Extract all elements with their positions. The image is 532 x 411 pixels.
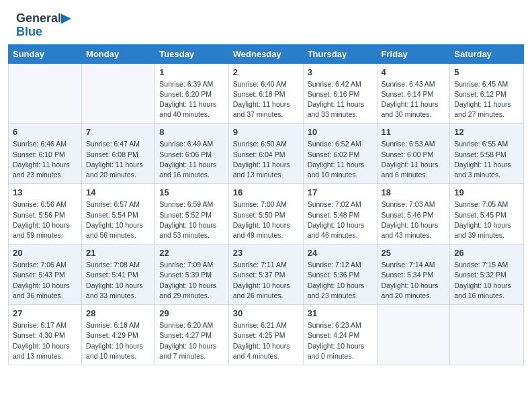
day-number: 3 xyxy=(308,67,373,77)
day-number: 25 xyxy=(382,248,446,258)
calendar-header: SundayMondayTuesdayWednesdayThursdayFrid… xyxy=(9,44,524,63)
day-detail: Sunrise: 7:06 AMSunset: 5:43 PMDaylight:… xyxy=(13,260,77,301)
calendar-week-row: 27Sunrise: 6:17 AMSunset: 4:30 PMDayligh… xyxy=(9,305,524,365)
day-number: 23 xyxy=(233,248,299,258)
day-detail: Sunrise: 7:03 AMSunset: 5:46 PMDaylight:… xyxy=(382,199,446,240)
day-of-week-header: Sunday xyxy=(9,44,82,63)
day-number: 20 xyxy=(13,248,77,258)
day-detail: Sunrise: 6:21 AMSunset: 4:25 PMDaylight:… xyxy=(233,320,299,361)
calendar-cell: 4Sunrise: 6:43 AMSunset: 6:14 PMDaylight… xyxy=(377,63,450,124)
calendar-cell xyxy=(82,63,155,124)
day-detail: Sunrise: 6:17 AMSunset: 4:30 PMDaylight:… xyxy=(13,320,77,361)
day-number: 18 xyxy=(382,187,446,197)
day-number: 1 xyxy=(159,67,224,77)
calendar-week-row: 6Sunrise: 6:46 AMSunset: 6:10 PMDaylight… xyxy=(9,124,524,184)
calendar-cell: 14Sunrise: 6:57 AMSunset: 5:54 PMDayligh… xyxy=(82,184,155,244)
calendar-body: 1Sunrise: 6:39 AMSunset: 6:20 PMDaylight… xyxy=(9,63,524,365)
calendar-cell: 19Sunrise: 7:05 AMSunset: 5:45 PMDayligh… xyxy=(450,184,524,244)
calendar-table: SundayMondayTuesdayWednesdayThursdayFrid… xyxy=(8,44,524,365)
day-detail: Sunrise: 6:46 AMSunset: 6:10 PMDaylight:… xyxy=(13,139,77,180)
calendar-cell: 9Sunrise: 6:50 AMSunset: 6:04 PMDaylight… xyxy=(228,124,303,184)
calendar-cell: 25Sunrise: 7:14 AMSunset: 5:34 PMDayligh… xyxy=(377,244,450,305)
logo-blue-text: Blue xyxy=(16,26,71,39)
day-number: 10 xyxy=(308,127,373,137)
day-of-week-header: Wednesday xyxy=(228,44,303,63)
day-detail: Sunrise: 7:05 AMSunset: 5:45 PMDaylight:… xyxy=(454,199,519,240)
day-detail: Sunrise: 6:52 AMSunset: 6:02 PMDaylight:… xyxy=(308,139,373,180)
calendar-cell: 13Sunrise: 6:56 AMSunset: 5:56 PMDayligh… xyxy=(9,184,82,244)
day-number: 6 xyxy=(13,127,77,137)
day-number: 21 xyxy=(86,248,150,258)
day-number: 30 xyxy=(233,308,299,318)
day-number: 24 xyxy=(308,248,373,258)
day-number: 15 xyxy=(159,187,224,197)
calendar-cell: 7Sunrise: 6:47 AMSunset: 6:08 PMDaylight… xyxy=(82,124,155,184)
day-detail: Sunrise: 7:11 AMSunset: 5:37 PMDaylight:… xyxy=(233,260,299,301)
calendar-cell: 2Sunrise: 6:40 AMSunset: 6:18 PMDaylight… xyxy=(228,63,303,124)
calendar-cell: 22Sunrise: 7:09 AMSunset: 5:39 PMDayligh… xyxy=(155,244,228,305)
calendar-cell: 12Sunrise: 6:55 AMSunset: 5:58 PMDayligh… xyxy=(450,124,524,184)
day-number: 19 xyxy=(454,187,519,197)
day-detail: Sunrise: 7:14 AMSunset: 5:34 PMDaylight:… xyxy=(382,260,446,301)
day-detail: Sunrise: 6:45 AMSunset: 6:12 PMDaylight:… xyxy=(454,79,519,120)
calendar-cell: 3Sunrise: 6:42 AMSunset: 6:16 PMDaylight… xyxy=(303,63,377,124)
day-number: 26 xyxy=(454,248,519,258)
day-of-week-header: Friday xyxy=(377,44,450,63)
day-number: 14 xyxy=(86,187,150,197)
calendar-cell: 23Sunrise: 7:11 AMSunset: 5:37 PMDayligh… xyxy=(228,244,303,305)
day-detail: Sunrise: 7:09 AMSunset: 5:39 PMDaylight:… xyxy=(159,260,224,301)
day-detail: Sunrise: 7:00 AMSunset: 5:50 PMDaylight:… xyxy=(233,199,299,240)
logo: General▶ Blue xyxy=(16,12,71,39)
calendar-cell: 27Sunrise: 6:17 AMSunset: 4:30 PMDayligh… xyxy=(9,305,82,365)
calendar-cell xyxy=(450,305,524,365)
day-detail: Sunrise: 6:47 AMSunset: 6:08 PMDaylight:… xyxy=(86,139,150,180)
day-number: 12 xyxy=(454,127,519,137)
day-number: 9 xyxy=(233,127,299,137)
calendar-cell: 31Sunrise: 6:23 AMSunset: 4:24 PMDayligh… xyxy=(303,305,377,365)
calendar-cell: 18Sunrise: 7:03 AMSunset: 5:46 PMDayligh… xyxy=(377,184,450,244)
calendar-week-row: 1Sunrise: 6:39 AMSunset: 6:20 PMDaylight… xyxy=(9,63,524,124)
day-detail: Sunrise: 6:43 AMSunset: 6:14 PMDaylight:… xyxy=(382,79,446,120)
calendar-cell: 20Sunrise: 7:06 AMSunset: 5:43 PMDayligh… xyxy=(9,244,82,305)
day-header-row: SundayMondayTuesdayWednesdayThursdayFrid… xyxy=(9,44,524,63)
day-of-week-header: Monday xyxy=(82,44,155,63)
day-detail: Sunrise: 6:20 AMSunset: 4:27 PMDaylight:… xyxy=(159,320,224,361)
calendar-cell xyxy=(9,63,82,124)
day-detail: Sunrise: 7:08 AMSunset: 5:41 PMDaylight:… xyxy=(86,260,150,301)
day-of-week-header: Saturday xyxy=(450,44,524,63)
day-detail: Sunrise: 7:15 AMSunset: 5:32 PMDaylight:… xyxy=(454,260,519,301)
day-number: 7 xyxy=(86,127,150,137)
day-number: 27 xyxy=(13,308,77,318)
calendar-cell: 8Sunrise: 6:49 AMSunset: 6:06 PMDaylight… xyxy=(155,124,228,184)
calendar-cell xyxy=(377,305,450,365)
day-number: 17 xyxy=(308,187,373,197)
day-detail: Sunrise: 6:18 AMSunset: 4:29 PMDaylight:… xyxy=(86,320,150,361)
logo-general: General▶ xyxy=(16,12,71,26)
calendar-cell: 29Sunrise: 6:20 AMSunset: 4:27 PMDayligh… xyxy=(155,305,228,365)
logo-blue: ▶ xyxy=(61,11,71,25)
calendar-cell: 24Sunrise: 7:12 AMSunset: 5:36 PMDayligh… xyxy=(303,244,377,305)
day-number: 31 xyxy=(308,308,373,318)
day-number: 2 xyxy=(233,67,299,77)
calendar-cell: 5Sunrise: 6:45 AMSunset: 6:12 PMDaylight… xyxy=(450,63,524,124)
calendar-cell: 1Sunrise: 6:39 AMSunset: 6:20 PMDaylight… xyxy=(155,63,228,124)
day-number: 13 xyxy=(13,187,77,197)
calendar-week-row: 20Sunrise: 7:06 AMSunset: 5:43 PMDayligh… xyxy=(9,244,524,305)
calendar-cell: 11Sunrise: 6:53 AMSunset: 6:00 PMDayligh… xyxy=(377,124,450,184)
calendar-cell: 17Sunrise: 7:02 AMSunset: 5:48 PMDayligh… xyxy=(303,184,377,244)
day-detail: Sunrise: 6:57 AMSunset: 5:54 PMDaylight:… xyxy=(86,199,150,240)
day-detail: Sunrise: 6:42 AMSunset: 6:16 PMDaylight:… xyxy=(308,79,373,120)
day-detail: Sunrise: 6:50 AMSunset: 6:04 PMDaylight:… xyxy=(233,139,299,180)
calendar-cell: 16Sunrise: 7:00 AMSunset: 5:50 PMDayligh… xyxy=(228,184,303,244)
calendar-cell: 6Sunrise: 6:46 AMSunset: 6:10 PMDaylight… xyxy=(9,124,82,184)
day-number: 8 xyxy=(159,127,224,137)
day-detail: Sunrise: 6:39 AMSunset: 6:20 PMDaylight:… xyxy=(159,79,224,120)
day-number: 22 xyxy=(159,248,224,258)
day-number: 29 xyxy=(159,308,224,318)
calendar-cell: 30Sunrise: 6:21 AMSunset: 4:25 PMDayligh… xyxy=(228,305,303,365)
calendar-cell: 15Sunrise: 6:59 AMSunset: 5:52 PMDayligh… xyxy=(155,184,228,244)
day-detail: Sunrise: 7:02 AMSunset: 5:48 PMDaylight:… xyxy=(308,199,373,240)
day-number: 16 xyxy=(233,187,299,197)
calendar-cell: 10Sunrise: 6:52 AMSunset: 6:02 PMDayligh… xyxy=(303,124,377,184)
day-detail: Sunrise: 6:40 AMSunset: 6:18 PMDaylight:… xyxy=(233,79,299,120)
